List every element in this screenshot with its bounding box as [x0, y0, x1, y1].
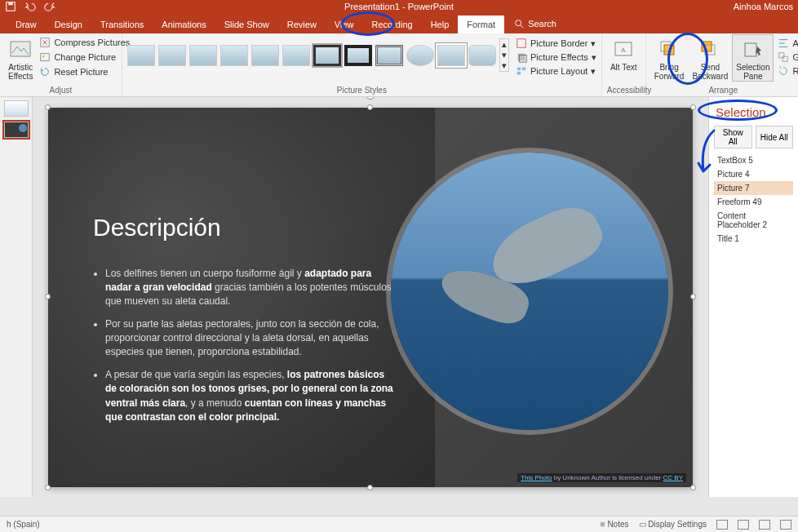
chevron-down-icon: ▾: [591, 38, 596, 49]
slideshow-view-icon[interactable]: [780, 520, 791, 530]
document-title: Presentation1 - PowerPoint: [344, 2, 454, 11]
tab-transitions[interactable]: Transitions: [91, 16, 153, 33]
slide-bullets[interactable]: Los delfines tienen un cuerpo fusiforme …: [93, 267, 395, 433]
hide-all-button[interactable]: Hide All: [756, 126, 794, 149]
search-label: Search: [528, 19, 556, 29]
layout-label: Picture Layout: [530, 66, 587, 76]
style-thumb[interactable]: [127, 45, 155, 66]
style-gallery[interactable]: ▴ ▾ ▾: [127, 35, 509, 72]
tab-help[interactable]: Help: [422, 16, 459, 33]
sorter-view-icon[interactable]: [738, 520, 749, 530]
group-adjust: Artistic Effects Compress Pictures Chang…: [0, 33, 122, 96]
artistic-effects-button[interactable]: Artistic Effects: [5, 35, 36, 81]
save-icon[interactable]: [5, 1, 16, 12]
picture-layout-button[interactable]: Picture Layout ▾: [516, 64, 596, 78]
bullet-item: Por su parte las aletas pectorales, junt…: [105, 317, 395, 360]
slide-title[interactable]: Descripción: [93, 214, 221, 242]
style-thumb[interactable]: [189, 45, 217, 66]
group-icon: [778, 51, 789, 63]
notes-button[interactable]: ≡ Notes: [601, 520, 629, 529]
change-picture-button[interactable]: Change Picture: [39, 50, 130, 64]
undo-icon[interactable]: [24, 1, 36, 12]
gallery-more-icon[interactable]: ▾: [500, 60, 508, 71]
slide-thumb-2[interactable]: [4, 122, 29, 138]
tab-format[interactable]: Format: [458, 16, 504, 33]
compress-icon: [39, 37, 51, 48]
rotate-handle[interactable]: [366, 97, 375, 100]
svg-rect-11: [517, 68, 521, 71]
selection-pane-title: Selection: [714, 102, 793, 126]
svg-rect-16: [664, 45, 674, 55]
ribbon: Artistic Effects Compress Pictures Chang…: [0, 33, 798, 97]
tab-view[interactable]: View: [326, 16, 363, 33]
display-settings-button[interactable]: ▭ Display Settings: [639, 520, 707, 529]
svg-rect-8: [517, 39, 526, 48]
bullet-item: Los delfines tienen un cuerpo fusiforme …: [105, 267, 395, 309]
style-thumb[interactable]: [251, 45, 279, 66]
status-language[interactable]: h (Spain): [7, 520, 40, 529]
style-thumb[interactable]: [282, 45, 310, 66]
align-button[interactable]: Align ▾: [778, 37, 798, 50]
gallery-down-icon[interactable]: ▾: [500, 50, 508, 60]
dolphin-shape: [423, 202, 627, 357]
selpane-label: Selection Pane: [736, 63, 769, 81]
style-thumb[interactable]: [468, 45, 496, 66]
selection-item[interactable]: Picture 7: [714, 181, 793, 195]
style-thumb[interactable]: [375, 45, 403, 66]
credit-link[interactable]: This Photo: [521, 474, 552, 481]
effects-label: Picture Effects: [530, 52, 588, 62]
tab-slideshow[interactable]: Slide Show: [215, 16, 278, 33]
access-group-label: Accessibility: [607, 86, 641, 96]
style-thumb[interactable]: [406, 45, 434, 66]
credit-license-link[interactable]: CC BY: [663, 474, 683, 481]
picstyles-group-label: Picture Styles: [127, 86, 596, 96]
tab-review[interactable]: Review: [278, 16, 326, 33]
arrange-group-label: Arrange: [651, 86, 796, 96]
alt-text-label: Alt Text: [610, 63, 637, 72]
picture-border-button[interactable]: Picture Border ▾: [516, 37, 596, 50]
style-thumb[interactable]: [158, 45, 186, 66]
user-name[interactable]: Ainhoa Marcos: [734, 2, 793, 11]
group-button[interactable]: Group ▾: [778, 51, 798, 64]
style-thumb[interactable]: [220, 45, 248, 66]
group-arrange: Bring Forward Send Backward Selection Pa…: [646, 33, 798, 96]
rotate-button[interactable]: Rotate ▾: [778, 64, 798, 78]
ribbon-tabs: Draw Design Transitions Animations Slide…: [0, 12, 798, 33]
tab-design[interactable]: Design: [46, 16, 91, 33]
bring-forward-button[interactable]: Bring Forward: [651, 35, 688, 81]
slide-thumb-1[interactable]: [4, 100, 29, 117]
alt-text-button[interactable]: A Alt Text: [607, 35, 641, 72]
tab-recording[interactable]: Recording: [363, 16, 422, 33]
normal-view-icon[interactable]: [716, 520, 728, 530]
send-backward-button[interactable]: Send Backward: [689, 35, 731, 81]
selection-item[interactable]: Content Placeholder 2: [714, 209, 793, 232]
show-all-button[interactable]: Show All: [714, 126, 752, 149]
picture-effects-button[interactable]: Picture Effects ▾: [516, 51, 596, 64]
selection-item[interactable]: Freeform 49: [714, 195, 793, 209]
group-accessibility: A Alt Text Accessibility: [602, 33, 646, 96]
main-area: Descripción Los delfines tienen un cuerp…: [0, 97, 798, 497]
selection-item[interactable]: Picture 4: [714, 167, 793, 181]
selection-item[interactable]: TextBox 5: [714, 153, 793, 167]
compress-label: Compress Pictures: [54, 38, 130, 47]
tab-animations[interactable]: Animations: [153, 16, 215, 33]
reading-view-icon[interactable]: [759, 520, 770, 530]
style-thumb[interactable]: [437, 45, 465, 66]
redo-icon[interactable]: [44, 1, 55, 12]
compress-pictures-button[interactable]: Compress Pictures: [39, 35, 130, 50]
selection-pane-button[interactable]: Selection Pane: [733, 35, 773, 81]
bullet-item: A pesar de que varía según las especies,…: [105, 368, 395, 425]
bring-label: Bring Forward: [654, 63, 685, 81]
tab-draw[interactable]: Draw: [7, 16, 46, 33]
selection-item[interactable]: Title 1: [714, 232, 793, 246]
slide-canvas[interactable]: Descripción Los delfines tienen un cuerp…: [33, 97, 708, 497]
dolphin-picture[interactable]: [391, 153, 668, 430]
gallery-up-icon[interactable]: ▴: [500, 39, 508, 50]
reset-picture-button[interactable]: Reset Picture: [39, 64, 130, 79]
adjust-group-label: Adjust: [5, 86, 117, 96]
style-thumb[interactable]: [344, 45, 372, 66]
style-thumb[interactable]: [313, 45, 341, 66]
slide[interactable]: Descripción Los delfines tienen un cuerp…: [48, 108, 693, 487]
svg-point-2: [516, 20, 521, 26]
ribbon-search[interactable]: Search: [504, 14, 565, 33]
